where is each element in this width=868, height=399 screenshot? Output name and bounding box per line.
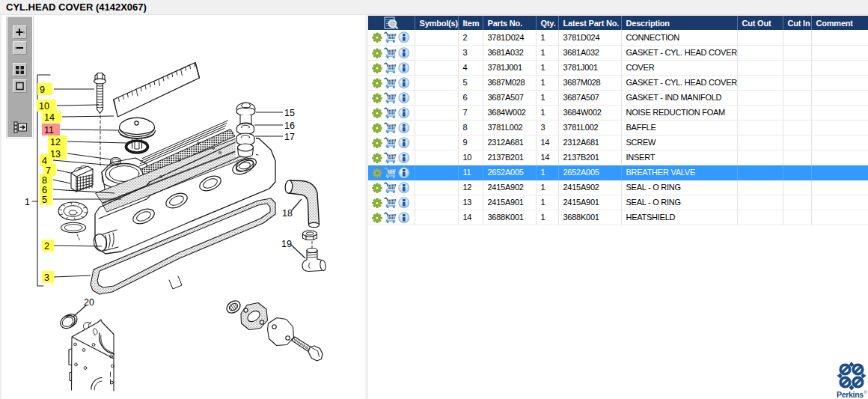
svg-text:18: 18 (282, 208, 293, 219)
svg-text:1: 1 (25, 197, 30, 207)
svg-text:16: 16 (284, 121, 295, 131)
svg-text:19: 19 (281, 239, 292, 249)
svg-text:14: 14 (44, 112, 55, 123)
svg-text:17: 17 (284, 132, 295, 142)
svg-text:Perkins: Perkins (837, 390, 864, 399)
svg-text:20: 20 (84, 297, 94, 308)
svg-text:®: ® (864, 390, 867, 395)
svg-text:12: 12 (50, 137, 61, 147)
svg-text:9: 9 (40, 85, 45, 95)
svg-text:3: 3 (44, 272, 49, 283)
svg-text:11: 11 (44, 125, 54, 135)
svg-text:5: 5 (42, 195, 47, 205)
svg-text:15: 15 (284, 108, 295, 118)
svg-text:10: 10 (39, 101, 49, 112)
svg-text:2: 2 (44, 241, 49, 252)
